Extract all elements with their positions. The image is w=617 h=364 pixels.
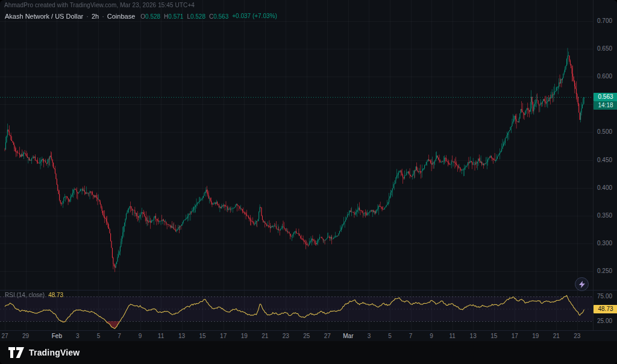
time-tick: 13	[174, 333, 190, 339]
time-tick: 7	[111, 333, 127, 339]
rsi-tick: 25.00	[597, 318, 612, 324]
time-tick: 29	[18, 333, 34, 339]
time-tick: 3	[70, 333, 86, 339]
time-tick: 25	[299, 333, 315, 339]
time-tick: 19	[528, 333, 543, 339]
quick-action-button[interactable]	[575, 277, 589, 291]
legend-separator: ·	[102, 13, 104, 20]
time-tick: 23	[569, 333, 585, 339]
lightning-icon	[579, 281, 585, 288]
price-tick: 0.500	[597, 128, 612, 135]
time-tick: 23	[278, 333, 293, 339]
time-tick: 5	[90, 333, 106, 339]
low-value: L0.528	[187, 13, 205, 20]
time-tick: 9	[424, 333, 439, 339]
time-tick: 27	[0, 333, 13, 339]
tradingview-brand-link[interactable]: TradingView	[29, 348, 80, 357]
legend-separator: ·	[86, 13, 89, 20]
time-tick: 3	[361, 333, 377, 339]
price-tick: 0.400	[597, 184, 612, 191]
time-tick: 7	[403, 333, 419, 339]
price-tick: 0.450	[597, 157, 612, 163]
time-tick: 17	[507, 333, 522, 339]
time-tick: 19	[236, 333, 252, 339]
price-tick: 0.250	[597, 268, 612, 274]
tradingview-logo-icon[interactable]	[8, 347, 24, 358]
time-tick: 11	[445, 333, 460, 339]
chart-canvas[interactable]	[0, 0, 593, 330]
footer-bar: TradingView	[0, 341, 617, 364]
rsi-value-label: 48.73	[594, 305, 617, 313]
price-scale[interactable]: 0.563 14:18 48.73 0.7000.6500.6000.5500.…	[593, 0, 617, 330]
time-tick: 9	[133, 333, 148, 339]
rsi-legend[interactable]: RSI (14, close) 48.73	[5, 292, 63, 298]
symbol-title[interactable]: Akash Network / US Dollar	[5, 13, 83, 20]
time-tick: 13	[465, 333, 481, 339]
time-tick: 11	[153, 333, 169, 339]
time-tick: Mar	[340, 333, 356, 339]
exchange-label[interactable]: Coinbase	[107, 13, 135, 20]
time-tick: Feb	[49, 333, 64, 339]
close-value: C0.563	[209, 13, 228, 20]
time-tick: 21	[548, 333, 564, 339]
snapshot-watermark: AhmadPro created with TradingView.com, M…	[4, 2, 195, 8]
bar-countdown-label: 14:18	[594, 101, 617, 110]
time-tick: 15	[486, 333, 502, 339]
interval-label[interactable]: 2h	[92, 13, 99, 20]
change-value: +0.037 (+7.03%)	[232, 13, 277, 20]
ohlc-values: O0.528 H0.571 L0.528 C0.563 +0.037 (+7.0…	[140, 13, 277, 20]
high-value: H0.571	[164, 13, 183, 20]
time-tick: 27	[319, 333, 335, 339]
open-value: O0.528	[140, 13, 160, 20]
tradingview-chart-snapshot: AhmadPro created with TradingView.com, M…	[0, 0, 617, 364]
price-tick: 0.700	[597, 17, 612, 24]
time-tick: 17	[216, 333, 231, 339]
last-price-label[interactable]: 0.563	[594, 93, 617, 101]
rsi-tick: 75.00	[597, 293, 612, 300]
time-tick: 5	[382, 333, 398, 339]
symbol-legend[interactable]: Akash Network / US Dollar · 2h · Coinbas…	[5, 13, 277, 20]
time-scale[interactable]: 2729Feb3579111315171921232527Mar35791113…	[0, 330, 617, 342]
price-tick: 0.600	[597, 73, 612, 80]
rsi-indicator-title[interactable]: RSI (14, close)	[5, 292, 45, 298]
rsi-current-value: 48.73	[48, 292, 63, 298]
price-tick: 0.300	[597, 240, 612, 246]
price-tick: 0.650	[597, 45, 612, 52]
pane-separator[interactable]	[0, 290, 617, 290]
time-tick: 15	[195, 333, 210, 339]
time-tick: 21	[257, 333, 273, 339]
price-tick: 0.350	[597, 212, 612, 219]
